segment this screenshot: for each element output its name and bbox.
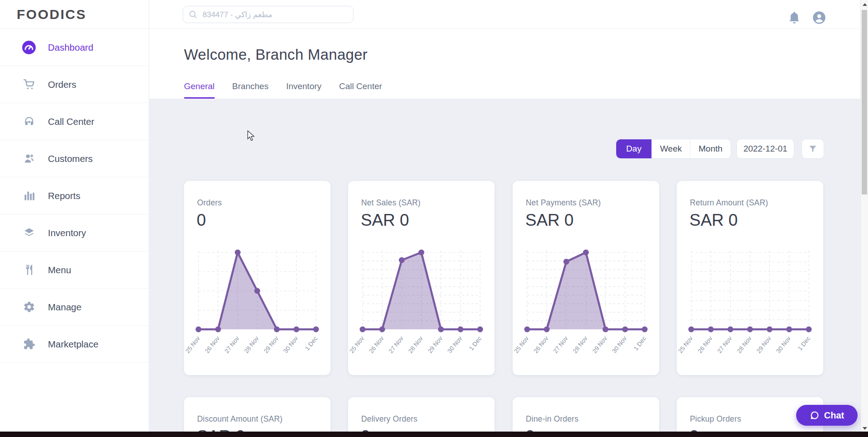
x-axis-label: 26 Nov <box>204 335 221 354</box>
page-title: Welcome, Branch Manager <box>184 46 368 63</box>
sidebar-item-menu[interactable]: Menu <box>0 252 149 289</box>
x-axis-label: 27 Nov <box>387 335 405 354</box>
sidebar-item-label: Dashboard <box>48 42 93 53</box>
bottom-edge-bar <box>0 432 868 437</box>
logo-area: FOODICS <box>0 0 149 29</box>
trend-chart: 25 Nov26 Nov27 Nov28 Nov29 Nov30 Nov1 De… <box>524 249 648 362</box>
trend-chart: 25 Nov26 Nov27 Nov28 Nov29 Nov30 Nov1 De… <box>359 249 484 362</box>
metric-card-dine-in-orders: Dine-in Orders0 <box>513 397 659 437</box>
trend-chart: 25 Nov26 Nov27 Nov28 Nov29 Nov30 Nov1 De… <box>688 249 812 362</box>
x-axis-label: 27 Nov <box>716 335 733 354</box>
x-axis-label: 30 Nov <box>775 335 792 354</box>
utensils-icon <box>22 263 36 277</box>
sidebar-item-label: Orders <box>48 79 76 90</box>
sidebar-item-manage[interactable]: Manage <box>0 289 149 326</box>
sidebar-item-label: Manage <box>48 302 81 313</box>
x-axis-label: 28 Nov <box>243 335 260 354</box>
scrollbar-thumb[interactable] <box>862 10 867 195</box>
x-axis-label: 1 Dec <box>468 335 483 352</box>
card-value: SAR 0 <box>361 211 409 230</box>
x-axis-label: 1 Dec <box>797 335 812 352</box>
puzzle-icon <box>22 337 36 352</box>
sidebar-item-label: Menu <box>48 265 71 276</box>
x-axis-label: 29 Nov <box>755 335 773 354</box>
tab-inventory[interactable]: Inventory <box>286 81 321 99</box>
card-title: Pickup Orders <box>690 414 741 424</box>
x-axis-label: 29 Nov <box>427 335 444 354</box>
x-axis-label: 25 Nov <box>348 335 365 354</box>
date-picker-button[interactable]: 2022-12-01 <box>736 139 794 159</box>
sidebar-item-label: Inventory <box>48 228 86 238</box>
funnel-icon <box>808 144 817 153</box>
x-axis-label: 1 Dec <box>632 335 648 352</box>
metric-card-orders: Orders0 25 Nov26 Nov27 Nov28 Nov29 Nov30… <box>184 181 330 375</box>
x-axis-label: 28 Nov <box>736 335 753 354</box>
scroll-down-arrow-icon[interactable] <box>863 427 867 430</box>
range-option-month[interactable]: Month <box>690 139 731 158</box>
notifications-button[interactable] <box>788 11 801 24</box>
card-value: 0 <box>197 211 206 230</box>
metric-card-net-payments-sar: Net Payments (SAR)SAR 0 25 Nov26 Nov27 N… <box>513 181 659 375</box>
trend-chart: 25 Nov26 Nov27 Nov28 Nov29 Nov30 Nov1 De… <box>195 249 320 362</box>
chat-label: Chat <box>824 410 844 421</box>
sidebar: FOODICS DashboardOrdersCall CenterCustom… <box>0 0 149 437</box>
vertical-scrollbar[interactable] <box>860 0 868 437</box>
filter-button[interactable] <box>802 139 824 159</box>
sidebar-item-label: Marketplace <box>48 339 99 350</box>
metric-card-discount-amount-sar: Discount Amount (SAR)SAR 0 <box>184 397 330 437</box>
avatar-icon <box>812 11 826 24</box>
sidebar-item-reports[interactable]: Reports <box>0 177 149 214</box>
x-axis-label: 25 Nov <box>184 335 201 354</box>
global-search[interactable] <box>183 6 354 23</box>
chat-button[interactable]: Chat <box>796 405 858 426</box>
topbar <box>149 0 860 29</box>
headset-icon <box>22 114 36 129</box>
tab-general[interactable]: General <box>184 81 215 99</box>
search-icon <box>189 10 198 19</box>
x-axis-label: 29 Nov <box>263 335 280 354</box>
card-title: Dine-in Orders <box>526 414 579 424</box>
tab-call-center[interactable]: Call Center <box>339 81 382 99</box>
metric-card-net-sales-sar: Net Sales (SAR)SAR 0 25 Nov26 Nov27 Nov2… <box>348 181 495 375</box>
sidebar-item-customers[interactable]: Customers <box>0 140 149 177</box>
card-title: Net Payments (SAR) <box>526 198 601 208</box>
x-axis-label: 26 Nov <box>533 335 550 354</box>
account-menu-button[interactable] <box>812 11 826 24</box>
card-title: Net Sales (SAR) <box>361 198 420 208</box>
sidebar-item-inventory[interactable]: Inventory <box>0 214 149 252</box>
sidebar-item-label: Call Center <box>48 116 94 127</box>
page-header-band: Welcome, Branch Manager GeneralBranchesI… <box>149 29 860 99</box>
users-icon <box>22 152 36 166</box>
sidebar-item-label: Customers <box>48 153 93 164</box>
x-axis-label: 28 Nov <box>571 335 589 354</box>
sidebar-item-call-center[interactable]: Call Center <box>0 103 149 140</box>
search-input[interactable] <box>202 10 348 19</box>
x-axis-label: 27 Nov <box>223 335 241 354</box>
sidebar-item-orders[interactable]: Orders <box>0 66 149 103</box>
card-value: SAR 0 <box>689 211 738 230</box>
x-axis-label: 1 Dec <box>304 335 319 352</box>
x-axis-label: 30 Nov <box>611 335 628 354</box>
scroll-up-arrow-icon[interactable] <box>863 3 867 6</box>
range-toggle: DayWeekMonth <box>616 139 731 159</box>
x-axis-label: 28 Nov <box>407 335 424 354</box>
x-axis-label: 27 Nov <box>552 335 569 354</box>
gear-icon <box>22 300 36 314</box>
layers-icon <box>22 226 36 240</box>
sidebar-nav: DashboardOrdersCall CenterCustomersRepor… <box>0 29 149 363</box>
dashboard-tabs: GeneralBranchesInventoryCall Center <box>184 81 382 99</box>
x-axis-label: 26 Nov <box>697 335 714 354</box>
x-axis-label: 25 Nov <box>677 335 694 354</box>
tab-branches[interactable]: Branches <box>232 81 269 99</box>
card-title: Delivery Orders <box>361 414 418 424</box>
range-option-week[interactable]: Week <box>651 139 690 158</box>
gauge-icon <box>22 40 36 55</box>
range-option-day[interactable]: Day <box>616 139 651 158</box>
sidebar-item-dashboard[interactable]: Dashboard <box>0 29 149 66</box>
cart-icon <box>22 77 36 92</box>
metric-card-delivery-orders: Delivery Orders0 <box>348 397 495 437</box>
x-axis-label: 25 Nov <box>513 335 530 354</box>
card-title: Discount Amount (SAR) <box>197 414 283 424</box>
sidebar-item-marketplace[interactable]: Marketplace <box>0 326 149 363</box>
card-title: Return Amount (SAR) <box>690 198 768 208</box>
